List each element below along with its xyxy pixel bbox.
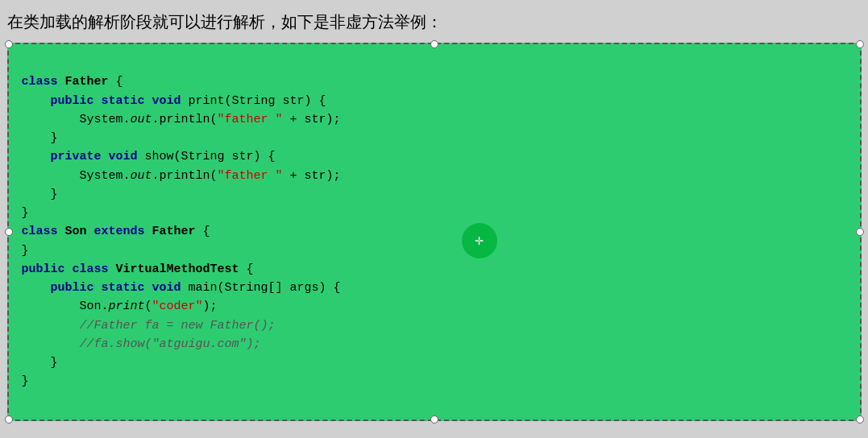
page-container: 在类加载的解析阶段就可以进行解析，如下是非虚方法举例： ✛ class Fath… bbox=[7, 8, 862, 421]
code-box: ✛ class Father { public static void prin… bbox=[7, 43, 862, 421]
line-2: public static void print(String str) { bbox=[22, 94, 326, 108]
line-5: private void show(String str) { bbox=[22, 150, 276, 163]
line-14: //Father fa = new Father(); bbox=[22, 319, 276, 333]
line-11: public class VirtualMethodTest { bbox=[22, 262, 254, 276]
handle-ml[interactable] bbox=[5, 228, 13, 236]
handle-tr[interactable] bbox=[856, 40, 864, 48]
handle-bl[interactable] bbox=[5, 415, 13, 424]
line-1: class Father { bbox=[22, 75, 123, 89]
code-content: class Father { public static void print(… bbox=[22, 54, 847, 410]
line-10: } bbox=[22, 244, 29, 258]
line-12: public static void main(String[] args) { bbox=[22, 281, 341, 295]
line-8: } bbox=[22, 206, 29, 220]
header-text: 在类加载的解析阶段就可以进行解析，如下是非虚方法举例： bbox=[7, 8, 862, 36]
handle-tl[interactable] bbox=[5, 40, 13, 48]
line-9: class Son extends Father { bbox=[22, 225, 210, 238]
line-15: //fa.show("atguigu.com"); bbox=[22, 337, 261, 351]
line-16: } bbox=[22, 356, 58, 370]
handle-mr[interactable] bbox=[856, 228, 864, 236]
handle-br[interactable] bbox=[856, 415, 864, 424]
line-3: System.out.println("father " + str); bbox=[22, 113, 341, 126]
line-4: } bbox=[22, 131, 58, 145]
handle-tm[interactable] bbox=[430, 40, 438, 48]
line-6: System.out.println("father " + str); bbox=[22, 169, 341, 183]
handle-bm[interactable] bbox=[430, 415, 438, 424]
line-17: } bbox=[22, 374, 29, 388]
line-7: } bbox=[22, 188, 58, 201]
line-13: Son.print("coder"); bbox=[22, 300, 218, 313]
